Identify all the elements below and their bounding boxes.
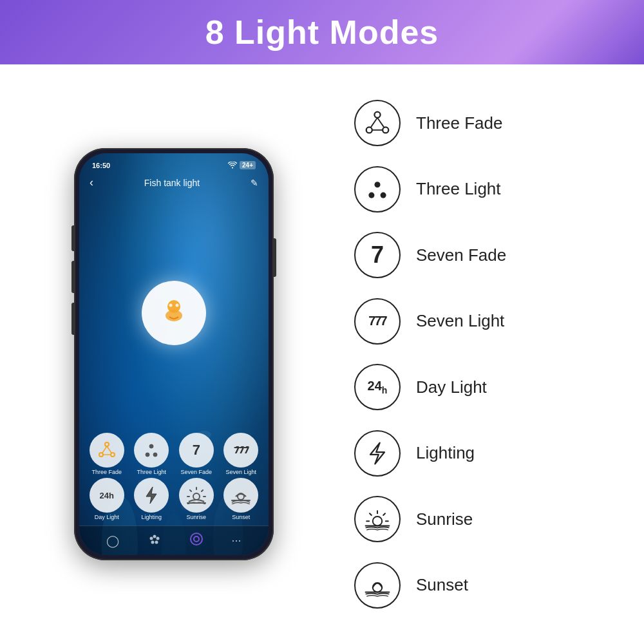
day-light-icon-circle: 24h [354,364,401,410]
mode-item-seven-light: 777 Seven Light [354,298,612,345]
svg-line-47 [383,513,385,515]
lighting-small-icon [144,486,158,505]
svg-point-12 [99,453,103,457]
phone-mode-label-day-light: Day Light [95,514,119,520]
svg-point-33 [191,533,202,545]
svg-point-30 [156,537,160,540]
phone-mode-sunrise[interactable]: Sunrise [179,478,214,520]
three-fade-label: Three Fade [416,113,502,133]
app-title: Fish tank light [144,178,200,188]
svg-point-11 [111,453,115,457]
phone-mode-seven-fade[interactable]: 7 Seven Fade [179,433,214,475]
svg-point-34 [194,536,199,542]
svg-point-7 [166,310,182,321]
edit-button[interactable]: ✎ [251,178,258,188]
three-fade-icon [365,110,390,136]
svg-point-9 [176,303,179,307]
seven-light-text: 777 [368,314,386,328]
svg-point-28 [150,537,153,540]
mode-item-three-light: Three Light [354,166,612,213]
status-icons: 24+ [228,161,256,169]
phone-mode-circle-seven-light: 7̄7̄7̄ [223,433,258,468]
svg-line-22 [202,490,203,491]
phone-mode-label-three-light: Three Light [137,469,166,475]
phone-mode-sunset[interactable]: Sunset [223,478,258,520]
seven-light-icon-circle: 777 [354,298,401,345]
mode-item-sunrise: Sunrise [354,496,612,542]
palette-icon [148,533,161,545]
phone-mode-lighting[interactable]: Lighting [134,478,169,520]
day-light-text: 24h [100,491,114,500]
seven-light-number: 7̄7̄7̄ [234,445,249,455]
sunrise-icon-circle [354,496,401,542]
phone-mode-label-seven-fade: Seven Fade [180,469,212,475]
sunrise-icon [365,506,390,532]
mute-button [71,225,74,251]
main-icon-circle[interactable] [142,281,206,345]
phone-mode-day-light[interactable]: 24h Day Light [90,478,124,520]
three-fade-icon-circle [354,100,401,146]
phone-mode-three-light[interactable]: Three Light [134,433,169,475]
svg-point-29 [153,535,156,538]
svg-point-36 [383,128,388,133]
phone-section: 16:50 24+ ‹ Fish ta [19,77,328,631]
svg-line-46 [370,513,372,515]
svg-point-35 [374,112,380,118]
aqua-icon [160,296,188,330]
power-button [274,238,276,277]
svg-line-14 [102,446,107,453]
phone-screen: 16:50 24+ ‹ Fish ta [79,153,269,555]
mode-item-lighting: Lighting [354,430,612,477]
svg-point-43 [381,192,386,198]
svg-line-38 [377,118,384,128]
mode-item-day-light: 24h Day Light [354,364,612,410]
three-light-label: Three Light [416,179,501,199]
phone-frame: 16:50 24+ ‹ Fish ta [74,148,274,560]
status-time: 16:50 [92,162,110,169]
day-light-label: Day Light [416,377,487,397]
svg-point-16 [149,444,153,448]
three-light-icon [365,176,390,202]
main-content: 16:50 24+ ‹ Fish ta [0,64,644,644]
svg-point-8 [169,303,173,307]
phone-mode-label-sunset: Sunset [232,514,250,520]
svg-line-21 [190,490,191,491]
modes-icon [190,533,203,545]
three-fade-small-icon [97,440,117,460]
seven-fade-icon-circle: 7 [354,232,401,278]
page-title: 8 Light Modes [205,13,439,52]
sunrise-small-icon [186,486,207,504]
sunset-label: Sunset [416,575,468,595]
battery-indicator: 24+ [240,161,256,169]
svg-line-39 [371,118,377,128]
back-button[interactable]: ‹ [90,176,93,189]
phone-mode-circle-three-light [134,433,169,468]
phone-modes-section: Three Fade Three Light [79,433,269,526]
phone-mode-circle-day-light: 24h [90,478,124,513]
sunset-icon-circle [354,562,401,609]
more-nav-icon[interactable]: ··· [232,534,242,547]
svg-point-18 [153,453,157,457]
lightning-icon [365,440,390,466]
modes-nav-icon[interactable] [190,533,203,549]
svg-point-17 [146,453,149,457]
lamp-icon [160,296,188,325]
seven-light-label: Seven Light [416,311,504,331]
svg-point-19 [193,493,200,500]
phone-mode-three-fade[interactable]: Three Fade [90,433,124,475]
palette-nav-icon[interactable] [148,533,161,548]
center-display [79,193,269,433]
mode-item-sunset: Sunset [354,562,612,609]
seven-fade-label: Seven Fade [416,245,506,265]
home-nav-icon[interactable]: ◯ [106,534,119,548]
app-nav-bar: ‹ Fish tank light ✎ [79,172,269,193]
vol-up-button [71,261,74,293]
sunset-icon [365,573,390,598]
phone-mode-circle-sunrise [179,478,214,513]
sunset-small-icon [231,486,251,504]
vol-down-button [71,303,74,335]
phone-mode-seven-light[interactable]: 7̄7̄7̄ Seven Light [223,433,258,475]
status-bar: 16:50 24+ [79,153,269,172]
svg-point-44 [373,516,382,526]
phone-mode-label-lighting: Lighting [141,514,162,520]
